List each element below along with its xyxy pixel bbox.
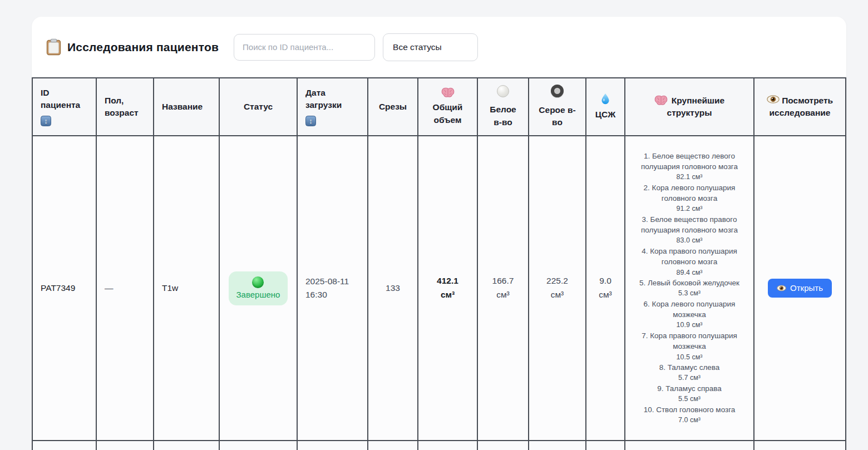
status-dot-icon — [252, 276, 264, 288]
droplet-icon — [601, 93, 610, 105]
page-title: Исследования пациентов — [67, 41, 219, 54]
table-row: PAT7349 — T1w Завершено 2025-08-11 16:30… — [32, 136, 846, 441]
structure-item: 9. Таламус справа5.5 см³ — [631, 383, 748, 404]
gray-matter-cell: 225.2 см³ — [529, 136, 586, 441]
col-header-total-volume: Общий объем — [418, 78, 477, 136]
eye-icon — [767, 95, 780, 103]
studies-table: ID пациента ↕ Пол, возраст Название Стат… — [32, 77, 846, 450]
clipboard-icon — [46, 38, 61, 56]
structure-item: 6. Кора левого полушария мозжечка10.9 см… — [631, 299, 748, 330]
col-header-sex-age: Пол, возраст — [96, 78, 154, 136]
slices-cell: 133 — [368, 136, 418, 441]
structure-item: 3. Белое вещество правого полушария голо… — [631, 214, 748, 246]
status-cell: Завершено — [219, 136, 297, 441]
col-header-structures: Крупнейшие структуры — [625, 78, 754, 136]
sort-icon[interactable]: ↕ — [41, 116, 51, 126]
open-study-label: Открыть — [790, 283, 823, 293]
structure-item: 10. Ствол головного мозга7.0 см³ — [631, 404, 748, 426]
gray-matter-icon — [551, 85, 564, 97]
structure-item: 5. Левый боковой желудочек5.3 см³ — [631, 278, 748, 299]
status-label: Завершено — [236, 290, 280, 299]
study-name-cell: T1w — [154, 136, 219, 441]
toolbar: Исследования пациентов Все статусы — [32, 17, 846, 77]
csf-cell: 9.0 см³ — [586, 136, 625, 441]
structure-item: 4. Кора правого полушария головного мозг… — [631, 246, 748, 278]
structure-item: 1. Белое вещество левого полушария голов… — [631, 151, 748, 182]
col-header-white-matter: Белое в-во — [477, 78, 529, 136]
col-header-patient-id: ID пациента ↕ — [32, 78, 96, 136]
structure-item: 7. Кора правого полушария мозжечка10.5 с… — [631, 330, 748, 362]
col-header-view-study: Посмотреть исследование — [754, 78, 846, 136]
table-header-row: ID пациента ↕ Пол, возраст Название Стат… — [32, 78, 846, 136]
col-header-slices: Срезы — [368, 78, 418, 136]
status-badge: Завершено — [229, 271, 288, 305]
white-matter-cell: 166.7 см³ — [477, 136, 529, 441]
eye-icon — [777, 285, 786, 291]
brain-icon — [441, 87, 455, 98]
patient-studies-card: Исследования пациентов Все статусы ID па… — [32, 17, 846, 450]
status-filter-select[interactable]: Все статусы — [383, 33, 478, 61]
white-matter-icon — [497, 85, 509, 97]
search-input[interactable] — [234, 34, 375, 61]
col-header-csf: ЦСЖ — [586, 78, 625, 136]
sort-icon[interactable]: ↕ — [305, 116, 316, 126]
col-header-upload-date: Дата загрузки ↕ — [297, 78, 368, 136]
open-study-button[interactable]: Открыть — [768, 279, 832, 298]
col-header-gray-matter: Серое в-во — [529, 78, 586, 136]
sex-age-cell: — — [96, 136, 154, 441]
col-header-name: Название — [154, 78, 219, 136]
structures-list: 1. Белое вещество левого полушария голов… — [628, 142, 751, 434]
structure-item: 8. Таламус слева5.7 см³ — [631, 362, 748, 383]
table-row — [32, 441, 846, 450]
structures-cell: 1. Белое вещество левого полушария голов… — [625, 136, 754, 441]
col-header-status: Статус — [219, 78, 297, 136]
upload-date-cell: 2025-08-11 16:30 — [297, 136, 368, 441]
status-filter-value: Все статусы — [393, 42, 442, 52]
total-volume-cell: 412.1 см³ — [418, 136, 477, 441]
patient-id-cell: PAT7349 — [32, 136, 96, 441]
view-study-cell: Открыть — [754, 136, 846, 441]
brain-icon — [654, 95, 668, 106]
structure-item: 2. Кора левого полушария головного мозга… — [631, 182, 748, 214]
